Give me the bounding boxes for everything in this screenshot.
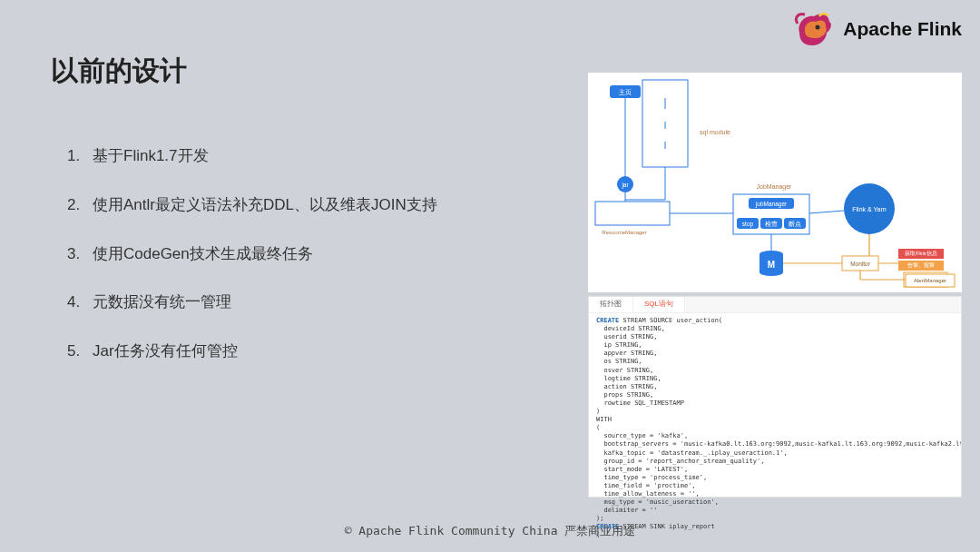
architecture-diagram: 主页 SQL antlr codegen compile sql module …: [588, 73, 962, 292]
logo-text: Apache Flink: [843, 18, 962, 40]
diagram-node: stop: [742, 221, 754, 228]
slide: Apache Flink 以前的设计 基于Flink1.7开发 使用Antlr最…: [0, 0, 980, 552]
footer-text: © Apache Flink Community China 严禁商业用途: [0, 523, 980, 539]
list-item: 元数据没有统一管理: [67, 291, 539, 313]
diagram-node: Flink & Yarn: [852, 206, 887, 212]
diagram-label: ResourceManager: [602, 230, 646, 235]
svg-line-30: [809, 211, 844, 213]
diagram-node: 主页: [619, 89, 632, 96]
svg-point-27: [760, 269, 783, 276]
svg-text:M: M: [768, 260, 775, 270]
flink-logo: Apache Flink: [792, 9, 962, 49]
list-item: Jar任务没有任何管控: [67, 340, 539, 362]
diagram-node: 告警、报警: [907, 262, 935, 268]
diagram-node: 断点: [789, 221, 801, 228]
list-item: 使用Antlr最定义语法补充DDL、以及维表JOIN支持: [67, 194, 539, 216]
svg-rect-17: [595, 202, 670, 225]
diagram-node: Monitor: [850, 261, 871, 267]
tab-sql[interactable]: SQL语句: [633, 297, 685, 312]
diagram-node: jar: [621, 182, 629, 189]
flink-squirrel-icon: [792, 9, 836, 49]
bullet-list: 基于Flink1.7开发 使用Antlr最定义语法补充DDL、以及维表JOIN支…: [67, 145, 539, 389]
tab-topology[interactable]: 拓扑图: [589, 297, 633, 312]
svg-point-0: [816, 25, 820, 30]
slide-title: 以前的设计: [51, 53, 187, 90]
diagram-node: jobManager: [755, 201, 788, 208]
code-panel: 拓扑图 SQL语句 CREATE STREAM SOURCE user_acti…: [588, 296, 962, 498]
diagram-node: AlertManager: [914, 278, 946, 283]
diagram-label: sql module: [700, 129, 730, 136]
code-tabs: 拓扑图 SQL语句: [589, 297, 961, 313]
list-item: 基于Flink1.7开发: [67, 145, 539, 167]
list-item: 使用CodeGen技术生成最终任务: [67, 243, 539, 265]
diagram-label: JobManager: [757, 183, 793, 191]
diagram-node: 获取Flink信息: [905, 251, 937, 256]
sql-code: CREATE STREAM SOURCE user_action( device…: [589, 313, 961, 544]
diagram-node: 检查: [765, 221, 778, 227]
